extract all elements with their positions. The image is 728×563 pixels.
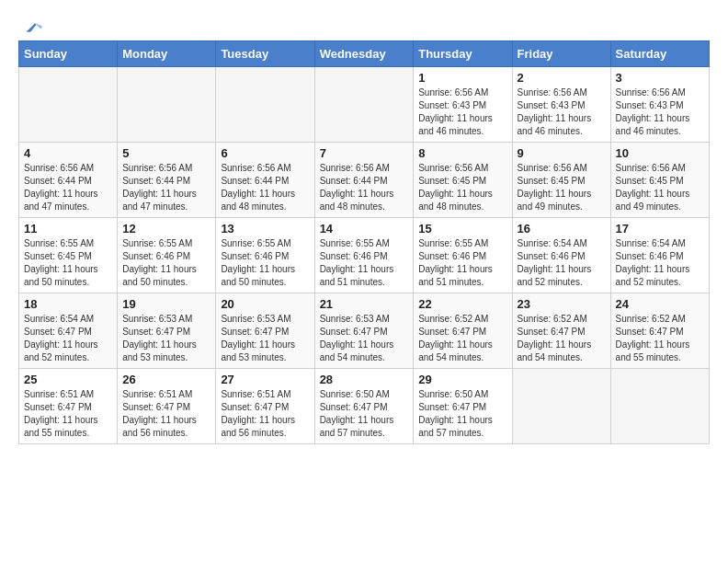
day-detail: Sunrise: 6:54 AM Sunset: 6:47 PM Dayligh… xyxy=(24,313,112,364)
calendar-cell: 8Sunrise: 6:56 AM Sunset: 6:45 PM Daylig… xyxy=(414,143,512,218)
day-detail: Sunrise: 6:56 AM Sunset: 6:45 PM Dayligh… xyxy=(418,162,506,213)
day-number: 15 xyxy=(418,222,506,236)
day-detail: Sunrise: 6:52 AM Sunset: 6:47 PM Dayligh… xyxy=(518,313,606,364)
day-number: 20 xyxy=(221,297,309,311)
day-detail: Sunrise: 6:51 AM Sunset: 6:47 PM Dayligh… xyxy=(24,388,112,440)
week-row-3: 11Sunrise: 6:55 AM Sunset: 6:45 PM Dayli… xyxy=(19,218,710,293)
calendar-cell: 3Sunrise: 6:56 AM Sunset: 6:43 PM Daylig… xyxy=(610,67,709,143)
calendar-cell xyxy=(512,369,610,444)
calendar-cell: 23Sunrise: 6:52 AM Sunset: 6:47 PM Dayli… xyxy=(512,293,610,369)
day-detail: Sunrise: 6:56 AM Sunset: 6:45 PM Dayligh… xyxy=(518,162,606,213)
day-detail: Sunrise: 6:55 AM Sunset: 6:45 PM Dayligh… xyxy=(24,237,112,289)
week-row-5: 25Sunrise: 6:51 AM Sunset: 6:47 PM Dayli… xyxy=(19,369,710,444)
day-detail: Sunrise: 6:54 AM Sunset: 6:46 PM Dayligh… xyxy=(518,237,606,289)
calendar-cell: 26Sunrise: 6:51 AM Sunset: 6:47 PM Dayli… xyxy=(118,369,216,444)
calendar-cell: 25Sunrise: 6:51 AM Sunset: 6:47 PM Dayli… xyxy=(19,369,118,444)
calendar-table: SundayMondayTuesdayWednesdayThursdayFrid… xyxy=(18,40,710,444)
calendar-cell: 5Sunrise: 6:56 AM Sunset: 6:44 PM Daylig… xyxy=(118,143,216,218)
day-number: 11 xyxy=(24,222,112,236)
day-number: 17 xyxy=(616,222,704,236)
logo xyxy=(18,18,42,31)
calendar-cell: 22Sunrise: 6:52 AM Sunset: 6:47 PM Dayli… xyxy=(414,293,512,369)
day-detail: Sunrise: 6:50 AM Sunset: 6:47 PM Dayligh… xyxy=(320,388,409,440)
calendar-cell xyxy=(314,67,414,143)
day-number: 7 xyxy=(320,146,409,160)
calendar-cell: 17Sunrise: 6:54 AM Sunset: 6:46 PM Dayli… xyxy=(610,218,709,293)
calendar-cell: 7Sunrise: 6:56 AM Sunset: 6:44 PM Daylig… xyxy=(314,143,414,218)
header-tuesday: Tuesday xyxy=(216,41,314,67)
header-thursday: Thursday xyxy=(414,41,512,67)
svg-marker-0 xyxy=(26,23,40,32)
day-number: 28 xyxy=(320,373,409,386)
day-detail: Sunrise: 6:52 AM Sunset: 6:47 PM Dayligh… xyxy=(616,313,704,364)
svg-marker-1 xyxy=(35,23,42,29)
day-number: 22 xyxy=(418,297,506,311)
page-header xyxy=(18,18,710,31)
day-number: 2 xyxy=(518,71,606,85)
day-number: 12 xyxy=(122,222,210,236)
day-detail: Sunrise: 6:56 AM Sunset: 6:43 PM Dayligh… xyxy=(616,86,704,138)
day-number: 3 xyxy=(616,71,704,85)
day-number: 13 xyxy=(221,222,309,236)
day-detail: Sunrise: 6:56 AM Sunset: 6:44 PM Dayligh… xyxy=(122,162,210,213)
calendar-cell xyxy=(118,67,216,143)
day-number: 9 xyxy=(518,146,606,160)
day-number: 8 xyxy=(418,146,506,160)
header-sunday: Sunday xyxy=(19,41,118,67)
day-detail: Sunrise: 6:56 AM Sunset: 6:43 PM Dayligh… xyxy=(518,86,606,138)
calendar-cell: 28Sunrise: 6:50 AM Sunset: 6:47 PM Dayli… xyxy=(314,369,414,444)
day-number: 16 xyxy=(518,222,606,236)
day-detail: Sunrise: 6:56 AM Sunset: 6:44 PM Dayligh… xyxy=(221,162,309,213)
day-number: 10 xyxy=(616,146,704,160)
day-number: 6 xyxy=(221,146,309,160)
day-number: 29 xyxy=(418,373,506,386)
day-number: 19 xyxy=(122,297,210,311)
logo-icon xyxy=(20,18,42,37)
calendar-cell xyxy=(19,67,118,143)
day-detail: Sunrise: 6:51 AM Sunset: 6:47 PM Dayligh… xyxy=(221,388,309,440)
calendar-cell: 21Sunrise: 6:53 AM Sunset: 6:47 PM Dayli… xyxy=(314,293,414,369)
day-number: 1 xyxy=(418,71,506,85)
calendar-cell: 10Sunrise: 6:56 AM Sunset: 6:45 PM Dayli… xyxy=(610,143,709,218)
day-detail: Sunrise: 6:51 AM Sunset: 6:47 PM Dayligh… xyxy=(122,388,210,440)
calendar-cell xyxy=(216,67,314,143)
day-number: 5 xyxy=(122,146,210,160)
day-number: 26 xyxy=(122,373,210,386)
calendar-cell: 20Sunrise: 6:53 AM Sunset: 6:47 PM Dayli… xyxy=(216,293,314,369)
week-row-4: 18Sunrise: 6:54 AM Sunset: 6:47 PM Dayli… xyxy=(19,293,710,369)
day-detail: Sunrise: 6:56 AM Sunset: 6:44 PM Dayligh… xyxy=(320,162,409,213)
day-number: 24 xyxy=(616,297,704,311)
header-row: SundayMondayTuesdayWednesdayThursdayFrid… xyxy=(19,41,710,67)
day-detail: Sunrise: 6:56 AM Sunset: 6:44 PM Dayligh… xyxy=(24,162,112,213)
day-detail: Sunrise: 6:55 AM Sunset: 6:46 PM Dayligh… xyxy=(418,237,506,289)
week-row-2: 4Sunrise: 6:56 AM Sunset: 6:44 PM Daylig… xyxy=(19,143,710,218)
day-detail: Sunrise: 6:50 AM Sunset: 6:47 PM Dayligh… xyxy=(418,388,506,440)
day-detail: Sunrise: 6:53 AM Sunset: 6:47 PM Dayligh… xyxy=(221,313,309,364)
calendar-cell: 16Sunrise: 6:54 AM Sunset: 6:46 PM Dayli… xyxy=(512,218,610,293)
header-friday: Friday xyxy=(512,41,610,67)
day-detail: Sunrise: 6:54 AM Sunset: 6:46 PM Dayligh… xyxy=(616,237,704,289)
calendar-cell: 11Sunrise: 6:55 AM Sunset: 6:45 PM Dayli… xyxy=(19,218,118,293)
week-row-1: 1Sunrise: 6:56 AM Sunset: 6:43 PM Daylig… xyxy=(19,67,710,143)
header-saturday: Saturday xyxy=(610,41,709,67)
header-monday: Monday xyxy=(118,41,216,67)
calendar-cell: 6Sunrise: 6:56 AM Sunset: 6:44 PM Daylig… xyxy=(216,143,314,218)
day-detail: Sunrise: 6:55 AM Sunset: 6:46 PM Dayligh… xyxy=(221,237,309,289)
calendar-cell: 4Sunrise: 6:56 AM Sunset: 6:44 PM Daylig… xyxy=(19,143,118,218)
day-detail: Sunrise: 6:56 AM Sunset: 6:45 PM Dayligh… xyxy=(616,162,704,213)
header-wednesday: Wednesday xyxy=(314,41,414,67)
calendar-cell: 2Sunrise: 6:56 AM Sunset: 6:43 PM Daylig… xyxy=(512,67,610,143)
day-detail: Sunrise: 6:56 AM Sunset: 6:43 PM Dayligh… xyxy=(418,86,506,138)
calendar-cell: 27Sunrise: 6:51 AM Sunset: 6:47 PM Dayli… xyxy=(216,369,314,444)
calendar-cell: 24Sunrise: 6:52 AM Sunset: 6:47 PM Dayli… xyxy=(610,293,709,369)
calendar-cell: 9Sunrise: 6:56 AM Sunset: 6:45 PM Daylig… xyxy=(512,143,610,218)
day-number: 14 xyxy=(320,222,409,236)
day-detail: Sunrise: 6:55 AM Sunset: 6:46 PM Dayligh… xyxy=(122,237,210,289)
calendar-cell: 13Sunrise: 6:55 AM Sunset: 6:46 PM Dayli… xyxy=(216,218,314,293)
day-number: 25 xyxy=(24,373,112,386)
calendar-cell: 12Sunrise: 6:55 AM Sunset: 6:46 PM Dayli… xyxy=(118,218,216,293)
calendar-cell: 14Sunrise: 6:55 AM Sunset: 6:46 PM Dayli… xyxy=(314,218,414,293)
day-number: 18 xyxy=(24,297,112,311)
day-number: 4 xyxy=(24,146,112,160)
day-detail: Sunrise: 6:52 AM Sunset: 6:47 PM Dayligh… xyxy=(418,313,506,364)
